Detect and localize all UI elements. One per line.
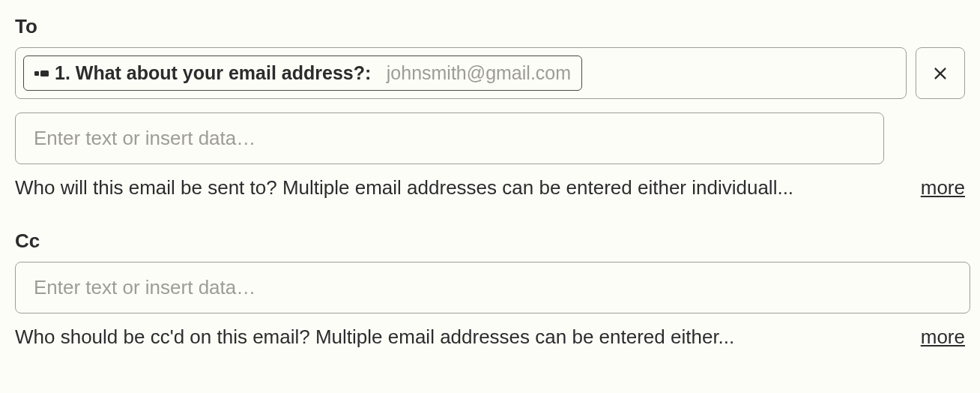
to-label: To [15, 15, 965, 38]
cc-more-link[interactable]: more [921, 326, 965, 349]
to-field-group: To 1. What about your email address?: jo… [15, 15, 965, 200]
cc-label: Cc [15, 230, 965, 253]
to-chip[interactable]: 1. What about your email address?: johns… [23, 56, 582, 91]
cc-help-text: Who should be cc'd on this email? Multip… [15, 326, 906, 349]
to-more-link[interactable]: more [921, 176, 965, 200]
data-source-icon [34, 70, 49, 76]
cc-help-row: Who should be cc'd on this email? Multip… [15, 326, 965, 349]
to-help-row: Who will this email be sent to? Multiple… [15, 176, 965, 200]
remove-to-chip-button[interactable] [916, 47, 965, 99]
cc-field-group: Cc Who should be cc'd on this email? Mul… [15, 230, 965, 349]
cc-text-input[interactable] [15, 262, 970, 314]
to-chip-value: johnsmith@gmail.com [387, 62, 571, 84]
to-help-text: Who will this email be sent to? Multiple… [15, 176, 906, 200]
to-chip-row: 1. What about your email address?: johns… [15, 47, 965, 99]
to-chip-container[interactable]: 1. What about your email address?: johns… [15, 47, 907, 99]
to-chip-label: 1. What about your email address?: [55, 62, 371, 84]
close-icon [932, 65, 949, 82]
to-text-input[interactable] [15, 112, 884, 164]
